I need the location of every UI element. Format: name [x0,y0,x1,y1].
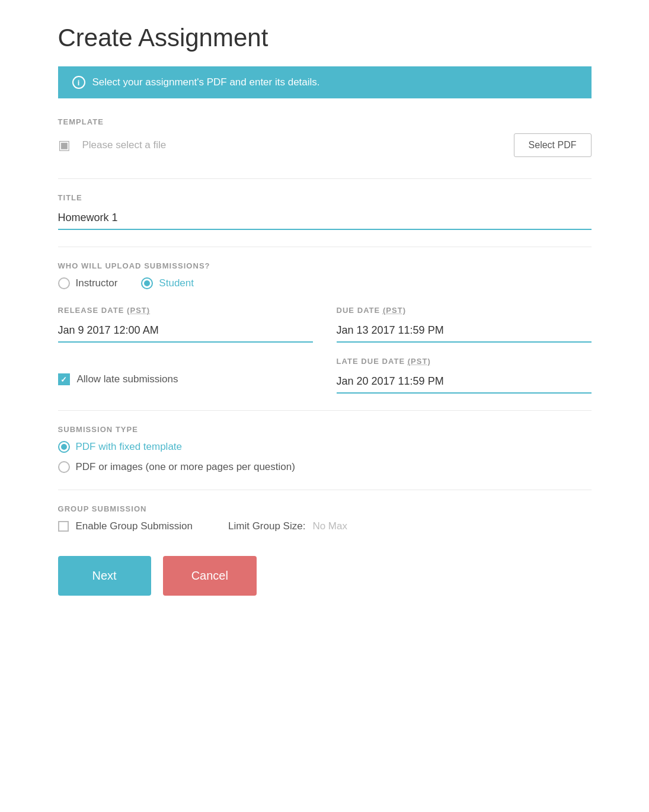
group-submission-section: GROUP SUBMISSION Enable Group Submission… [58,504,592,532]
radio-dot-student [144,280,150,286]
submission-type-options: PDF with fixed template PDF or images (o… [58,441,592,473]
submission-type-label: SUBMISSION TYPE [58,425,592,434]
template-placeholder: Please select a file [82,139,502,151]
upload-label: WHO WILL UPLOAD SUBMISSIONS? [58,261,592,270]
button-row: Next Cancel [58,556,592,596]
next-button[interactable]: Next [58,556,151,596]
cancel-button[interactable]: Cancel [163,556,257,596]
enable-group-label: Enable Group Submission [76,520,193,532]
divider-4 [58,490,592,490]
select-pdf-button[interactable]: Select PDF [514,133,592,157]
allow-late-checkbox[interactable]: ✓ [58,373,70,385]
info-icon: i [72,76,85,89]
limit-group-size: Limit Group Size: No Max [228,520,347,532]
late-due-date-input[interactable] [337,373,592,394]
group-row: Enable Group Submission Limit Group Size… [58,520,592,532]
file-icon: ▣ [58,138,71,153]
no-max-value: No Max [312,520,347,532]
due-date-col: DUE DATE (PST) [337,306,592,343]
radio-circle-pdf-fixed [58,441,70,453]
release-date-label: RELEASE DATE (PST) [58,306,313,315]
submission-type-section: SUBMISSION TYPE PDF with fixed template … [58,425,592,473]
radio-instructor[interactable]: Instructor [58,277,118,289]
title-label: TITLE [58,193,592,202]
divider-3 [58,410,592,411]
upload-radio-group: Instructor Student [58,277,592,289]
radio-pdf-images-label: PDF or images (one or more pages per que… [76,461,295,473]
radio-pdf-fixed-label: PDF with fixed template [76,441,183,453]
banner-text: Select your assignment's PDF and enter i… [92,76,320,88]
divider-2 [58,247,592,247]
radio-pdf-images[interactable]: PDF or images (one or more pages per que… [58,461,592,473]
radio-student-label: Student [159,277,194,289]
late-due-date-col: LATE DUE DATE (PST) [337,357,592,394]
template-row: ▣ Please select a file Select PDF [58,133,592,162]
enable-group-checkbox-label[interactable]: Enable Group Submission [58,520,193,532]
enable-group-checkbox[interactable] [58,521,69,532]
radio-student[interactable]: Student [141,277,194,289]
release-date-input[interactable] [58,322,313,343]
radio-circle-student [141,277,153,289]
limit-group-size-label: Limit Group Size: [228,520,305,532]
radio-circle-pdf-images [58,461,70,473]
group-submission-label: GROUP SUBMISSION [58,504,592,513]
radio-pdf-fixed[interactable]: PDF with fixed template [58,441,592,453]
radio-dot-pdf-fixed [61,444,67,450]
due-date-input[interactable] [337,322,592,343]
checkbox-check-icon: ✓ [60,375,67,384]
page-title: Create Assignment [58,24,592,52]
release-date-col: RELEASE DATE (PST) [58,306,313,343]
title-section: TITLE [58,193,592,230]
template-label: TEMPLATE [58,117,592,126]
due-date-label: DUE DATE (PST) [337,306,592,315]
radio-circle-instructor [58,277,70,289]
template-section: TEMPLATE ▣ Please select a file Select P… [58,117,592,162]
title-input[interactable] [58,209,592,230]
date-row: RELEASE DATE (PST) DUE DATE (PST) [58,306,592,343]
late-checkbox-col: ✓ Allow late submissions [58,357,313,385]
late-row: ✓ Allow late submissions LATE DUE DATE (… [58,357,592,394]
upload-section: WHO WILL UPLOAD SUBMISSIONS? Instructor … [58,261,592,289]
allow-late-label: Allow late submissions [77,373,178,385]
late-due-date-label: LATE DUE DATE (PST) [337,357,592,366]
divider-1 [58,178,592,179]
info-banner: i Select your assignment's PDF and enter… [58,66,592,98]
radio-instructor-label: Instructor [76,277,118,289]
